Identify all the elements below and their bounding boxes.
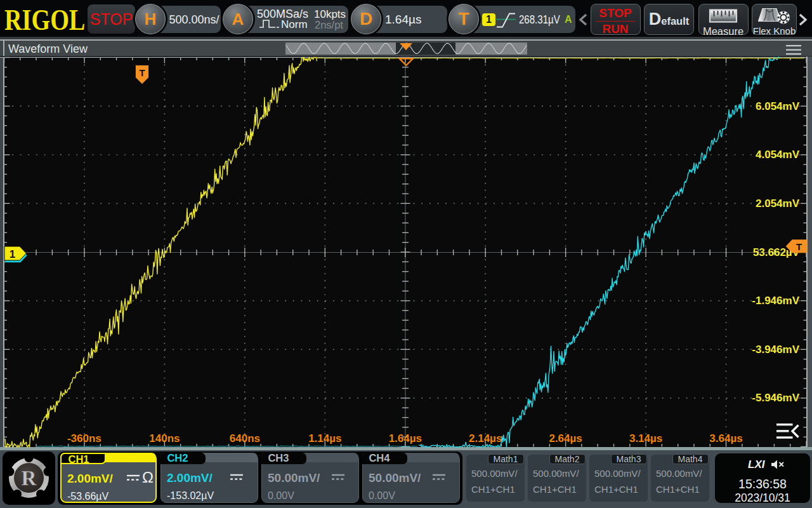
svg-text:T: T bbox=[796, 241, 802, 252]
svg-text:-360ns: -360ns bbox=[67, 432, 102, 444]
svg-text:R: R bbox=[22, 467, 37, 490]
svg-text:1.14µs: 1.14µs bbox=[308, 432, 341, 444]
svg-text:2.054mV: 2.054mV bbox=[756, 197, 800, 210]
svg-text:-1.946mV: -1.946mV bbox=[752, 295, 799, 307]
svg-text:640ns: 640ns bbox=[230, 432, 260, 444]
svg-text:-3.946mV: -3.946mV bbox=[752, 344, 799, 356]
svg-text:4.054mV: 4.054mV bbox=[756, 149, 800, 161]
svg-text:2.14µs: 2.14µs bbox=[469, 432, 502, 444]
svg-text:2.64µs: 2.64µs bbox=[549, 432, 582, 444]
svg-text:3.14µs: 3.14µs bbox=[629, 432, 662, 444]
svg-text:-5.946mV: -5.946mV bbox=[752, 392, 799, 404]
svg-text:140ns: 140ns bbox=[149, 432, 180, 444]
svg-text:3.64µs: 3.64µs bbox=[709, 432, 742, 444]
svg-text:T: T bbox=[139, 67, 145, 78]
svg-text:1.64µs: 1.64µs bbox=[389, 432, 422, 444]
svg-text:1: 1 bbox=[10, 248, 15, 260]
svg-text:6.054mV: 6.054mV bbox=[756, 100, 800, 112]
